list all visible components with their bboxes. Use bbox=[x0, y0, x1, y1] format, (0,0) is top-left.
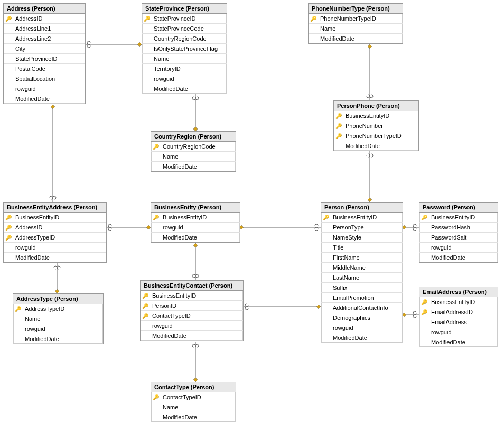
column-row[interactable]: Name bbox=[13, 314, 103, 324]
column-row[interactable]: 🔑BusinessEntityID bbox=[141, 291, 243, 301]
table-BusinessEntityContact[interactable]: BusinessEntityContact (Person)🔑BusinessE… bbox=[140, 280, 244, 341]
column-row[interactable]: ModifiedDate bbox=[4, 253, 106, 262]
column-row[interactable]: 🔑BusinessEntityID bbox=[4, 213, 106, 223]
column-row[interactable]: Name bbox=[151, 152, 236, 162]
table-PersonPhone[interactable]: PersonPhone (Person)🔑BusinessEntityID🔑Ph… bbox=[333, 100, 419, 151]
column-row[interactable]: CountryRegionCode bbox=[142, 34, 227, 44]
column-name: TerritoryID bbox=[152, 66, 183, 72]
column-row[interactable]: PasswordSalt bbox=[419, 233, 498, 243]
column-row[interactable]: Name bbox=[142, 54, 227, 64]
column-row[interactable]: LastName bbox=[321, 273, 403, 283]
table-title[interactable]: Address (Person) bbox=[4, 4, 85, 14]
column-row[interactable]: 🔑PhoneNumberTypeID bbox=[334, 131, 418, 141]
table-title[interactable]: PersonPhone (Person) bbox=[334, 101, 418, 111]
column-row[interactable]: PersonType bbox=[321, 223, 403, 233]
column-row[interactable]: TerritoryID bbox=[142, 64, 227, 74]
table-title[interactable]: Password (Person) bbox=[419, 203, 498, 213]
column-row[interactable]: ModifiedDate bbox=[142, 84, 227, 94]
column-row[interactable]: 🔑BusinessEntityID bbox=[321, 213, 403, 223]
table-Person[interactable]: Person (Person)🔑BusinessEntityIDPersonTy… bbox=[321, 202, 403, 343]
column-row[interactable]: AddressLine1 bbox=[4, 24, 85, 34]
column-row[interactable]: StateProvinceCode bbox=[142, 24, 227, 34]
table-title[interactable]: EmailAddress (Person) bbox=[419, 287, 498, 297]
table-title[interactable]: ContactType (Person) bbox=[151, 382, 236, 392]
column-row[interactable]: 🔑PhoneNumberTypeID bbox=[309, 14, 403, 24]
column-row[interactable]: rowguid bbox=[4, 84, 85, 94]
column-row[interactable]: 🔑BusinessEntityID bbox=[419, 213, 498, 223]
primary-key-icon: 🔑 bbox=[419, 215, 429, 221]
column-name: AddressID bbox=[13, 15, 44, 22]
column-row[interactable]: Suffix bbox=[321, 283, 403, 293]
column-row[interactable]: ModifiedDate bbox=[309, 34, 403, 43]
column-row[interactable]: 🔑PhoneNumber bbox=[334, 121, 418, 131]
column-row[interactable]: 🔑StateProvinceID bbox=[142, 14, 227, 24]
column-row[interactable]: ModifiedDate bbox=[13, 334, 103, 344]
table-title[interactable]: BusinessEntityContact (Person) bbox=[141, 281, 243, 291]
column-row[interactable]: rowguid bbox=[151, 223, 240, 233]
column-row[interactable]: ModifiedDate bbox=[141, 331, 243, 341]
column-row[interactable]: rowguid bbox=[321, 323, 403, 333]
table-EmailAddress[interactable]: EmailAddress (Person)🔑BusinessEntityID🔑E… bbox=[419, 287, 498, 347]
column-row[interactable]: AddressLine2 bbox=[4, 34, 85, 44]
column-row[interactable]: rowguid bbox=[419, 327, 498, 337]
column-row[interactable]: PasswordHash bbox=[419, 223, 498, 233]
column-row[interactable]: StateProvinceID bbox=[4, 54, 85, 64]
table-BusinessEntityAddress[interactable]: BusinessEntityAddress (Person)🔑BusinessE… bbox=[3, 202, 107, 263]
column-row[interactable]: Demographics bbox=[321, 313, 403, 323]
column-row[interactable]: EmailPromotion bbox=[321, 293, 403, 303]
column-row[interactable]: AdditionalContactInfo bbox=[321, 303, 403, 313]
column-row[interactable]: MiddleName bbox=[321, 263, 403, 273]
column-row[interactable]: rowguid bbox=[419, 243, 498, 253]
table-Address[interactable]: Address (Person)🔑AddressIDAddressLine1Ad… bbox=[3, 3, 86, 104]
column-row[interactable]: 🔑AddressTypeID bbox=[13, 304, 103, 314]
column-row[interactable]: 🔑AddressTypeID bbox=[4, 233, 106, 243]
table-title[interactable]: CountryRegion (Person) bbox=[151, 132, 236, 142]
column-row[interactable]: Name bbox=[151, 402, 236, 412]
column-row[interactable]: ModifiedDate bbox=[151, 233, 240, 242]
column-row[interactable]: 🔑PersonID bbox=[141, 301, 243, 311]
table-CountryRegion[interactable]: CountryRegion (Person)🔑CountryRegionCode… bbox=[151, 131, 236, 172]
column-row[interactable]: 🔑BusinessEntityID bbox=[151, 213, 240, 223]
table-title[interactable]: BusinessEntityAddress (Person) bbox=[4, 203, 106, 213]
column-row[interactable]: rowguid bbox=[142, 74, 227, 84]
column-row[interactable]: rowguid bbox=[13, 324, 103, 334]
column-row[interactable]: Title bbox=[321, 243, 403, 253]
column-row[interactable]: NameStyle bbox=[321, 233, 403, 243]
column-row[interactable]: 🔑EmailAddressID bbox=[419, 307, 498, 317]
table-title[interactable]: BusinessEntity (Person) bbox=[151, 203, 240, 213]
table-ContactType[interactable]: ContactType (Person)🔑ContactTypeIDNameMo… bbox=[151, 382, 236, 422]
column-row[interactable]: ModifiedDate bbox=[4, 94, 85, 104]
column-row[interactable]: ModifiedDate bbox=[419, 337, 498, 347]
column-row[interactable]: 🔑ContactTypeID bbox=[151, 392, 236, 402]
table-AddressType[interactable]: AddressType (Person)🔑AddressTypeIDNamero… bbox=[13, 293, 104, 344]
column-row[interactable]: 🔑AddressID bbox=[4, 223, 106, 233]
column-row[interactable]: 🔑ContactTypeID bbox=[141, 311, 243, 321]
table-PhoneNumberType[interactable]: PhoneNumberType (Person)🔑PhoneNumberType… bbox=[308, 3, 403, 44]
column-row[interactable]: City bbox=[4, 44, 85, 54]
column-row[interactable]: ModifiedDate bbox=[151, 162, 236, 171]
column-row[interactable]: ModifiedDate bbox=[334, 141, 418, 151]
column-row[interactable]: 🔑AddressID bbox=[4, 14, 85, 24]
table-title[interactable]: PhoneNumberType (Person) bbox=[309, 4, 403, 14]
column-row[interactable]: SpatialLocation bbox=[4, 74, 85, 84]
column-row[interactable]: ModifiedDate bbox=[419, 253, 498, 262]
table-BusinessEntity[interactable]: BusinessEntity (Person)🔑BusinessEntityID… bbox=[151, 202, 240, 243]
table-title[interactable]: Person (Person) bbox=[321, 203, 403, 213]
column-row[interactable]: ModifiedDate bbox=[321, 333, 403, 343]
column-row[interactable]: PostalCode bbox=[4, 64, 85, 74]
column-row[interactable]: ModifiedDate bbox=[151, 412, 236, 422]
table-StateProvince[interactable]: StateProvince (Person)🔑StateProvinceIDSt… bbox=[142, 3, 227, 94]
column-row[interactable]: IsOnlyStateProvinceFlag bbox=[142, 44, 227, 54]
table-title[interactable]: StateProvince (Person) bbox=[142, 4, 227, 14]
column-row[interactable]: Name bbox=[309, 24, 403, 34]
column-row[interactable]: rowguid bbox=[4, 243, 106, 253]
table-Password[interactable]: Password (Person)🔑BusinessEntityIDPasswo… bbox=[419, 202, 498, 263]
column-row[interactable]: 🔑CountryRegionCode bbox=[151, 142, 236, 152]
column-row[interactable]: 🔑BusinessEntityID bbox=[419, 297, 498, 307]
column-row[interactable]: EmailAddress bbox=[419, 317, 498, 327]
column-row[interactable]: 🔑BusinessEntityID bbox=[334, 111, 418, 121]
column-name: rowguid bbox=[13, 86, 38, 92]
table-title[interactable]: AddressType (Person) bbox=[13, 294, 103, 304]
column-row[interactable]: FirstName bbox=[321, 253, 403, 263]
column-row[interactable]: rowguid bbox=[141, 321, 243, 331]
